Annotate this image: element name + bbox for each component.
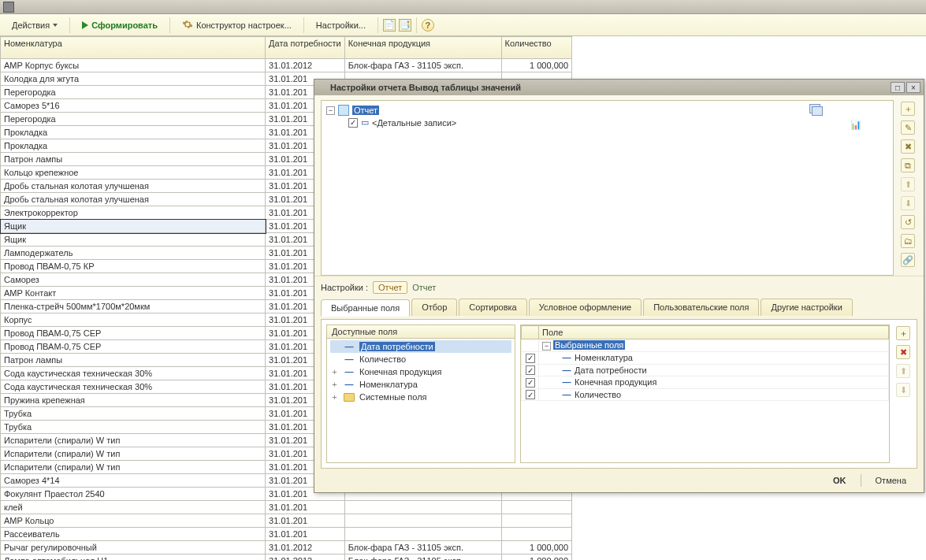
run-button[interactable]: Сформировать — [75, 17, 165, 33]
gear-icon — [182, 19, 193, 32]
checkbox-icon[interactable]: ✓ — [526, 354, 535, 363]
field-icon: — — [561, 353, 572, 362]
collapse-icon[interactable]: − — [326, 106, 335, 115]
expand-icon[interactable]: + — [330, 392, 339, 402]
col-product[interactable]: Конечная продукция — [344, 37, 501, 59]
tree-toolstrip: ＋ ✎ ✖ ⧉ ⬆ ⬇ ↺ 🗂 🔗 — [898, 100, 917, 276]
selected-fields-header: Выбранные поля — [553, 340, 625, 350]
field-icon: — — [344, 367, 355, 376]
checkbox-icon[interactable]: ✓ — [348, 118, 358, 128]
selected-field-row[interactable]: ✓— Конечная продукция — [522, 376, 889, 389]
delete-item-icon[interactable]: ✖ — [901, 139, 915, 154]
window-title-bar — [0, 0, 926, 14]
modal-icon — [318, 83, 327, 92]
edit-item-icon[interactable]: ✎ — [901, 121, 915, 135]
remove-field-icon[interactable]: ✖ — [896, 345, 910, 359]
table-row[interactable]: клей31.01.201 — [1, 501, 572, 514]
available-field-row[interactable]: +—Конечная продукция — [330, 365, 511, 378]
available-field-row[interactable]: +Системные поля — [330, 391, 511, 403]
tree-root-label: Отчет — [352, 106, 379, 115]
selected-group-row[interactable]: − Выбранные поля — [522, 339, 889, 352]
col-date[interactable]: Дата потребности — [266, 37, 345, 59]
settings-button[interactable]: Настройки... — [309, 17, 373, 33]
tab-0[interactable]: Выбранные поля — [321, 299, 410, 317]
close-button[interactable]: × — [906, 82, 920, 93]
toolbar-icon-2[interactable]: 📑 — [399, 19, 411, 32]
col-nomenclature[interactable]: Номенклатура — [1, 37, 266, 59]
report-structure-tree[interactable]: − Отчет ✓ ▭ <Детальные записи> 📊 — [321, 100, 894, 276]
field-icon: — — [561, 390, 572, 399]
add-item-icon[interactable]: ＋ — [901, 102, 915, 116]
selected-field-row[interactable]: ✓— Количество — [522, 388, 889, 401]
collapse-icon[interactable]: − — [542, 342, 551, 350]
cancel-button[interactable]: Отмена — [866, 473, 916, 488]
add-field-icon[interactable]: ＋ — [896, 326, 910, 340]
available-field-row[interactable]: +—Номенклатура — [330, 378, 511, 391]
path-current[interactable]: Отчет — [373, 281, 407, 294]
actions-label: Действия — [12, 20, 50, 30]
tab-2[interactable]: Сортировка — [459, 299, 526, 316]
link-icon[interactable]: 🔗 — [901, 253, 915, 267]
available-field-row[interactable]: —Количество — [330, 353, 511, 365]
move-down-icon[interactable]: ⬇ — [901, 196, 915, 210]
field-label: Количество — [575, 390, 621, 399]
selected-field-row[interactable]: ✓— Номенклатура — [522, 352, 889, 365]
field-down-icon[interactable]: ⬇ — [896, 383, 910, 397]
col-qty[interactable]: Количество — [501, 37, 571, 59]
field-label: Конечная продукция — [575, 377, 656, 387]
table-row[interactable]: Рычаг регулировочный31.01.2012Блок-фара … — [1, 541, 572, 554]
field-label: Конечная продукция — [359, 367, 441, 376]
checkbox-icon[interactable]: ✓ — [526, 378, 535, 388]
toolbar-separator — [169, 17, 170, 33]
copy-item-icon[interactable]: ⧉ — [901, 158, 915, 172]
modal-title: Настройки отчета Вывод таблицы значений — [330, 83, 521, 92]
chart-icon[interactable]: 📊 — [850, 120, 861, 130]
list-icon[interactable] — [809, 104, 822, 115]
expand-icon[interactable]: + — [330, 380, 339, 389]
modal-title-bar[interactable]: Настройки отчета Вывод таблицы значений … — [314, 80, 924, 95]
path-link[interactable]: Отчет — [412, 283, 436, 292]
table-row[interactable]: AMP Корпус буксы31.01.2012Блок-фара ГАЗ … — [1, 59, 572, 72]
tab-3[interactable]: Условное оформление — [529, 299, 642, 316]
tree-child-label: <Детальные записи> — [372, 118, 456, 128]
available-field-row[interactable]: —Дата потребности — [330, 340, 511, 353]
selected-fields-panel: Поле − Выбранные поля✓— Номенклатура✓— Д… — [520, 325, 890, 463]
tree-root-row[interactable]: − Отчет — [326, 104, 888, 117]
field-icon: — — [344, 380, 355, 389]
checkbox-icon[interactable]: ✓ — [526, 365, 535, 375]
help-icon[interactable]: ? — [422, 19, 434, 32]
tab-5[interactable]: Другие настройки — [761, 299, 852, 316]
toolbar-icon-1[interactable]: 📄 — [383, 19, 396, 32]
report-icon — [338, 105, 349, 116]
table-row[interactable]: Рассеиватель31.01.201 — [1, 528, 572, 541]
toggle-icon[interactable]: ↺ — [901, 215, 915, 229]
detail-records-icon: ▭ — [361, 117, 369, 128]
toolbar-separator — [416, 17, 417, 33]
field-up-icon[interactable]: ⬆ — [896, 364, 910, 378]
settings-designer-button[interactable]: Конструктор настроек... — [175, 16, 299, 35]
selected-field-row[interactable]: ✓— Дата потребности — [522, 364, 889, 376]
checkbox-icon[interactable]: ✓ — [526, 390, 535, 399]
maximize-button[interactable]: □ — [891, 82, 905, 93]
col-field[interactable]: Поле — [539, 326, 889, 339]
tab-1[interactable]: Отбор — [411, 299, 457, 316]
field-icon: — — [561, 365, 572, 375]
folder-icon — [344, 393, 355, 402]
field-label: Дата потребности — [575, 365, 647, 375]
table-row[interactable]: Лампа автомобильная H131.01.2012Блок-фар… — [1, 554, 572, 561]
expand-icon[interactable]: + — [330, 367, 339, 376]
modal-footer: OK Отмена — [314, 469, 924, 492]
actions-menu-button[interactable]: Действия — [5, 17, 65, 33]
table-row[interactable]: AMP Кольцо31.01.201 — [1, 514, 572, 528]
properties-icon[interactable]: 🗂 — [901, 234, 915, 248]
fields-area: Доступные поля —Дата потребности—Количес… — [321, 319, 917, 469]
tab-4[interactable]: Пользовательские поля — [643, 299, 759, 316]
tree-child-row[interactable]: ✓ ▭ <Детальные записи> — [326, 117, 888, 128]
col-check — [522, 326, 539, 339]
main-toolbar: Действия Сформировать Конструктор настро… — [0, 14, 926, 36]
selected-fields-table[interactable]: Поле − Выбранные поля✓— Номенклатура✓— Д… — [521, 325, 889, 401]
ok-button[interactable]: OK — [824, 473, 856, 488]
chevron-down-icon — [53, 24, 58, 27]
available-fields-list[interactable]: —Дата потребности—Количество+—Конечная п… — [327, 339, 515, 462]
move-up-icon[interactable]: ⬆ — [901, 177, 915, 191]
